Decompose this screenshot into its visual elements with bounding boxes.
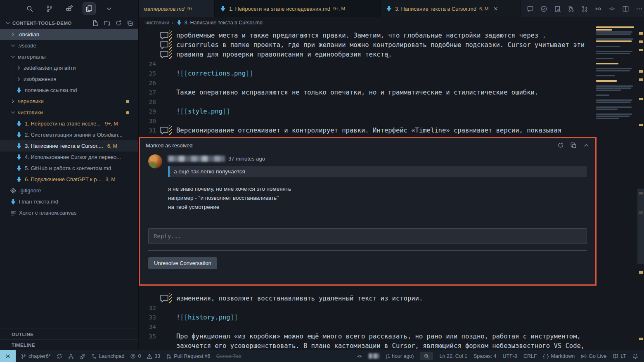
- sidebar-item-4-использование-cursor-для-перево-[interactable]: 4. Использование Cursor для перево...: [0, 151, 138, 163]
- code-line[interactable]: проблемные места и также предлагаются пр…: [139, 31, 644, 40]
- tab-3[interactable]: 3. Написание текста в Cursor.md6, M: [381, 0, 521, 17]
- comment-gutter-icon[interactable]: [159, 31, 169, 40]
- tab-2[interactable]: 1. Нейросети на этапе исследования.md9+,…: [215, 0, 381, 17]
- statusbar-item-lt[interactable]: LT: [613, 353, 626, 359]
- sidebar-item-6-подключение-chatgpt-к-р-[interactable]: 6. Подключение ChatGPT к р...3, M: [0, 174, 138, 185]
- code-line[interactable]: 27Также оперативно исправляются не тольк…: [139, 88, 644, 97]
- activity-chevron-down-icon[interactable]: [103, 2, 115, 15]
- sidebar-item-чистовики[interactable]: чистовики: [0, 107, 138, 118]
- sidebar-item-холст-с-планом-canvas[interactable]: Холст с планом.canvas: [0, 207, 138, 218]
- tab-1[interactable]: материалов.md9+: [139, 0, 215, 17]
- new-folder-icon[interactable]: [104, 20, 110, 26]
- statusbar-item-33[interactable]: 33: [147, 353, 160, 359]
- code-line[interactable]: захочется его усовершенствовать. В плане…: [139, 341, 644, 350]
- code-line[interactable]: правила для проверки правописания и един…: [139, 50, 644, 59]
- code-line[interactable]: 34: [139, 322, 644, 331]
- comment-icon[interactable]: [527, 5, 534, 12]
- statusbar-label: Go Live: [589, 353, 606, 359]
- sidebar-item-план-текста-md[interactable]: План текста.md: [0, 196, 138, 207]
- outline-section[interactable]: OUTLINE: [0, 329, 138, 339]
- chevron-down-icon[interactable]: [5, 20, 11, 26]
- activity-extensions-icon[interactable]: [63, 2, 76, 15]
- statusbar-item-graph-icon[interactable]: [68, 353, 74, 359]
- comment-gutter-icon[interactable]: [159, 40, 169, 50]
- code-line[interactable]: 30: [139, 116, 644, 125]
- refresh-icon[interactable]: [115, 20, 122, 26]
- activity-search-icon[interactable]: [24, 2, 36, 15]
- code-line[interactable]: 31Версионирование отслеживает и контроли…: [139, 125, 644, 135]
- statusbar-item-sync-icon[interactable]: [57, 353, 62, 359]
- duplicate-icon[interactable]: [570, 142, 577, 149]
- reply-input[interactable]: [148, 228, 587, 244]
- code-line[interactable]: 25![[corrections.png]]: [139, 69, 644, 78]
- book-search-icon[interactable]: [554, 5, 561, 12]
- activity-files-icon[interactable]: [83, 2, 95, 15]
- statusbar-item-commit-icon[interactable]: [357, 353, 362, 359]
- pr-alt-icon[interactable]: [581, 5, 588, 12]
- code-line[interactable]: 35Про функционал «из коробки» можно ещё …: [139, 331, 644, 341]
- sidebar-item--obsidian[interactable]: .obsidian: [0, 29, 138, 40]
- refresh-icon[interactable]: [557, 142, 564, 149]
- statusbar-item-markdown[interactable]: { }Markdown: [543, 353, 575, 359]
- pr-icon[interactable]: [568, 5, 575, 12]
- code-line[interactable]: 24: [139, 59, 644, 69]
- statusbar-item-utf-8[interactable]: UTF-8: [502, 353, 517, 359]
- sidebar-item-материалы[interactable]: материалы: [0, 51, 138, 62]
- sidebar-item-2-систематизация-знаний-в-obsidian-[interactable]: 2. Систематизация знаний в Obsidian...: [0, 129, 138, 140]
- compare-inline-icon[interactable]: [608, 5, 616, 12]
- collapse-all-icon[interactable]: [127, 20, 133, 26]
- ruler-warning-mark: [639, 271, 643, 274]
- sidebar-item-1-нейросети-на-этапе-иссле-[interactable]: 1. Нейросети на этапе иссле...9+, M: [0, 118, 138, 129]
- sidebar-item--vscode[interactable]: .vscode: [0, 40, 138, 51]
- scrollbar-thumb[interactable]: [637, 189, 644, 264]
- sidebar-item--gitignore[interactable]: .gitignore: [0, 185, 138, 196]
- sidebar-item-полезные-ссылки-md[interactable]: полезные ссылки.md: [0, 85, 138, 96]
- statusbar-item-spaces-4[interactable]: Spaces: 4: [474, 353, 497, 359]
- compare-prev-icon[interactable]: [595, 5, 602, 12]
- check-circle-icon[interactable]: [540, 5, 547, 12]
- split-editor-icon[interactable]: [622, 5, 629, 12]
- statusbar-item-pull-request-#6[interactable]: Pull Request #6: [166, 353, 210, 359]
- statusbar-item-go-live[interactable]: Go Live: [581, 353, 606, 359]
- minimap[interactable]: [596, 26, 637, 128]
- breadcrumb-file[interactable]: 3. Написание текста в Cursor.md: [185, 20, 263, 26]
- comment-gutter-icon[interactable]: [159, 293, 169, 303]
- sidebar-item-5-github-и-работа-с-контентом-md[interactable]: 5. GitHub и работа с контентом.md: [0, 163, 138, 174]
- statusbar-item-cursor-tab[interactable]: Cursor Tab: [216, 353, 242, 359]
- chevron-up-icon[interactable]: [583, 142, 590, 149]
- activity-source-control-icon[interactable]: [43, 2, 56, 15]
- statusbar-item-chapter6-[interactable]: chapter6*: [21, 353, 51, 359]
- code-line[interactable]: 29![[style.png]]: [139, 106, 644, 116]
- statusbar-item--1-hour-ago-[interactable]: (1 hour ago): [386, 353, 414, 359]
- app-window: CONTENT-TOOLS-DEMO .obsidian.vscodeматер…: [0, 0, 644, 362]
- statusbar-item-crlf[interactable]: CRLF: [523, 353, 537, 359]
- sidebar-item-zettelkasten-для-айти[interactable]: zettelkasten для айти: [0, 62, 138, 73]
- sidebar-item-3-написание-текста-в-cursor-[interactable]: 3. Написание текста в Cursor....6, M: [0, 140, 138, 151]
- code-line[interactable]: 33![[history.png]]: [139, 312, 644, 322]
- code-line[interactable]: cursorrules в папке проекта, где при жел…: [139, 40, 644, 50]
- breadcrumb-folder[interactable]: чистовики: [145, 20, 169, 26]
- close-tab-icon[interactable]: [493, 6, 499, 12]
- statusbar-item-ln-22-col-1[interactable]: Ln 22, Col 1: [439, 353, 467, 359]
- code-line[interactable]: 32: [139, 303, 644, 312]
- statusbar-item-rocket-icon[interactable]: [80, 353, 85, 359]
- timeline-section[interactable]: TIMELINE: [0, 339, 138, 350]
- editor-area: материалов.md9+1. Нейросети на этапе исс…: [139, 0, 644, 350]
- unresolve-conversation-button[interactable]: Unresolve Conversation: [148, 257, 217, 269]
- code-line[interactable]: 26: [139, 78, 644, 88]
- explorer-header: CONTENT-TOOLS-DEMO: [0, 17, 138, 29]
- code-line[interactable]: изменения, позволяет восстанавливать уда…: [139, 293, 644, 303]
- new-file-icon[interactable]: [92, 20, 99, 26]
- statusbar-item-blur[interactable]: [369, 353, 379, 359]
- code-editor[interactable]: проблемные места и также предлагаются пр…: [139, 28, 644, 350]
- remote-indicator[interactable]: [0, 350, 16, 362]
- statusbar-item-launchpad[interactable]: Launchpad: [91, 353, 125, 359]
- sidebar-item-черновики[interactable]: черновики: [0, 96, 138, 107]
- statusbar-item-bell-icon[interactable]: [632, 353, 638, 359]
- sidebar-item-изображения[interactable]: изображения: [0, 73, 138, 85]
- statusbar-item-zoom-icon[interactable]: [420, 352, 433, 360]
- statusbar-item-0[interactable]: 0: [130, 353, 141, 359]
- code-line[interactable]: 28: [139, 97, 644, 106]
- comment-gutter-icon[interactable]: [159, 125, 169, 135]
- comment-gutter-icon[interactable]: [159, 50, 169, 59]
